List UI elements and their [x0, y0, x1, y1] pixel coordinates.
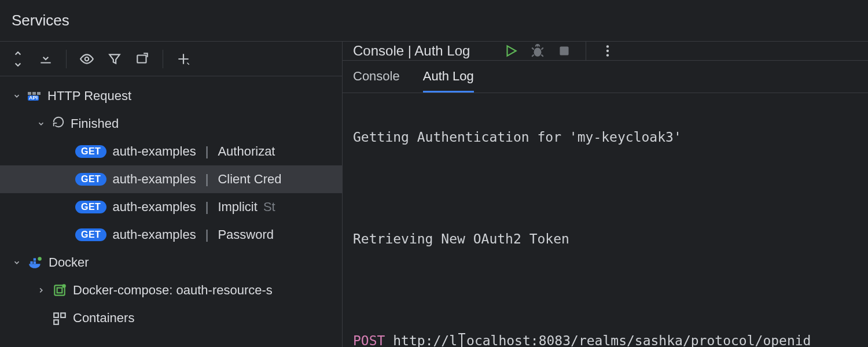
- run-icon[interactable]: [503, 43, 518, 58]
- tree-label: Docker: [49, 255, 89, 270]
- method-badge: GET: [75, 201, 106, 213]
- auth-log-output[interactable]: Getting Authentication for 'my-keycloak3…: [343, 93, 868, 347]
- tree-label: Containers: [73, 311, 134, 326]
- request-file: auth-examples: [112, 227, 196, 242]
- left-toolbar: [0, 42, 342, 76]
- panel-title: Services: [12, 12, 69, 29]
- svg-rect-10: [61, 313, 65, 318]
- text-cursor-icon: [457, 333, 466, 348]
- add-icon[interactable]: [176, 51, 191, 67]
- tree-node-docker[interactable]: Docker: [0, 249, 342, 276]
- tree-node-finished[interactable]: Finished: [0, 110, 342, 138]
- request-item[interactable]: GET auth-examples | Password: [0, 221, 342, 249]
- request-item[interactable]: GET auth-examples | Implicit St: [0, 193, 342, 221]
- separator: |: [202, 227, 212, 242]
- svg-point-8: [62, 284, 66, 288]
- stop-icon[interactable]: [557, 43, 572, 58]
- svg-rect-11: [54, 320, 58, 324]
- svg-rect-9: [54, 313, 58, 318]
- api-icon: API: [28, 92, 42, 101]
- separator: |: [202, 144, 212, 159]
- svg-point-12: [534, 48, 542, 57]
- method-badge: GET: [75, 228, 106, 241]
- svg-point-5: [38, 257, 42, 261]
- svg-point-0: [85, 57, 89, 61]
- log-line: POST http://localhost:8083/realms/sashka…: [353, 328, 858, 347]
- left-panel: API HTTP Request Finished GET auth-examp…: [0, 42, 343, 347]
- separator: |: [202, 172, 212, 187]
- tree-label: Finished: [71, 116, 119, 131]
- svg-rect-4: [34, 258, 36, 260]
- log-tabs: Console Auth Log: [343, 61, 868, 93]
- expand-all-icon[interactable]: [10, 51, 25, 67]
- tree-label: Docker-compose: oauth-resource-s: [73, 283, 273, 298]
- request-file: auth-examples: [112, 172, 196, 187]
- request-name: Password: [218, 227, 274, 242]
- refresh-icon: [52, 116, 65, 132]
- request-name: Implicit: [218, 200, 257, 215]
- debug-icon[interactable]: [530, 43, 545, 58]
- request-name: Authorizat: [218, 144, 275, 159]
- request-item[interactable]: GET auth-examples | Authorizat: [0, 138, 342, 165]
- svg-rect-7: [57, 288, 62, 293]
- compose-icon: [52, 283, 67, 298]
- svg-rect-1: [137, 55, 146, 62]
- request-item[interactable]: GET auth-examples | Client Cred: [0, 165, 342, 193]
- request-name-dim: St: [263, 200, 275, 215]
- svg-point-16: [606, 54, 609, 56]
- log-line: Getting Authentication for 'my-keycloak3…: [353, 124, 858, 150]
- tree-label: HTTP Request: [47, 88, 131, 104]
- chevron-down-icon[interactable]: [12, 259, 22, 267]
- tree-node-http-request[interactable]: API HTTP Request: [0, 82, 342, 110]
- right-toolbar-title: Console | Auth Log: [353, 43, 470, 59]
- collapse-all-icon[interactable]: [38, 51, 53, 67]
- more-icon[interactable]: [600, 43, 615, 58]
- filter-icon[interactable]: [107, 51, 122, 67]
- tab-auth-log[interactable]: Auth Log: [423, 69, 474, 93]
- right-toolbar: Console | Auth Log: [343, 42, 868, 61]
- separator: |: [202, 200, 212, 215]
- log-line: Retrieving New OAuth2 Token: [353, 226, 858, 252]
- containers-icon: [52, 311, 67, 326]
- tree-node-docker-compose[interactable]: Docker-compose: oauth-resource-s: [0, 276, 342, 304]
- show-hidden-icon[interactable]: [79, 51, 94, 67]
- open-window-icon[interactable]: [135, 51, 150, 67]
- svg-point-14: [606, 45, 609, 47]
- request-file: auth-examples: [112, 200, 196, 215]
- request-file: auth-examples: [112, 144, 196, 159]
- svg-rect-2: [30, 261, 32, 264]
- docker-icon: [28, 255, 43, 270]
- tab-console[interactable]: Console: [353, 69, 400, 93]
- chevron-down-icon[interactable]: [36, 120, 46, 128]
- tree-node-containers[interactable]: Containers: [0, 304, 342, 332]
- chevron-right-icon[interactable]: [36, 286, 46, 294]
- svg-point-15: [606, 50, 609, 52]
- request-name: Client Cred: [218, 172, 281, 187]
- method-badge: GET: [75, 173, 106, 186]
- svg-rect-13: [560, 46, 569, 55]
- method-badge: GET: [75, 145, 106, 158]
- chevron-down-icon[interactable]: [12, 92, 22, 100]
- right-panel: Console | Auth Log Console Auth Log Gett…: [343, 42, 868, 347]
- services-tree: API HTTP Request Finished GET auth-examp…: [0, 76, 342, 347]
- svg-rect-3: [34, 261, 36, 264]
